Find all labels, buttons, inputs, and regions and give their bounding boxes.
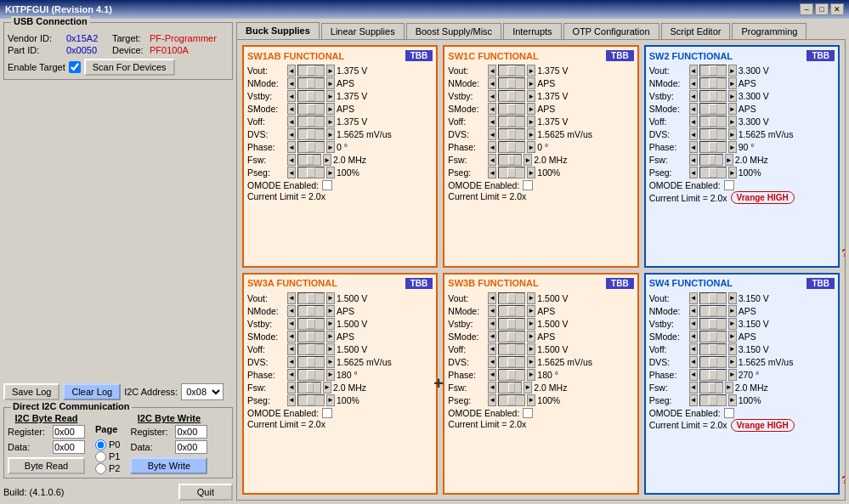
maximize-button[interactable]: □ [815,3,829,15]
sw3a-fsw-dec[interactable]: ◄ [287,382,296,394]
sw1ab-voff-inc[interactable]: ► [326,116,335,127]
sw3b-omode-checkbox[interactable] [523,408,533,418]
sw2-dvs-dec[interactable]: ◄ [689,128,698,140]
tab-script-editor[interactable]: Script Editor [661,23,731,39]
sw3b-dvs-dec[interactable]: ◄ [488,356,496,368]
sw1c-voff-dec[interactable]: ◄ [488,116,496,127]
sw3a-voff-dec[interactable]: ◄ [287,343,296,355]
sw3a-vout-slider[interactable] [297,292,325,304]
sw1ab-vout-slider[interactable] [297,65,325,76]
sw4-fsw-inc[interactable]: ► [725,382,733,394]
sw1c-pseg-slider[interactable] [498,167,525,178]
sw3b-smode-slider[interactable] [498,331,525,343]
sw3a-fsw-slider[interactable] [297,382,321,394]
close-button[interactable]: ✕ [830,3,844,15]
tab-buck-supplies[interactable]: Buck Supplies [236,22,320,39]
sw1c-vstby-slider[interactable] [498,90,525,102]
sw3a-dvs-inc[interactable]: ► [326,356,335,368]
sw2-voff-inc[interactable]: ► [728,116,737,127]
sw3a-nmode-inc[interactable]: ► [326,305,335,317]
sw2-smode-inc[interactable]: ► [728,103,737,115]
page-p0-radio[interactable] [95,439,106,450]
enable-target-checkbox[interactable] [69,61,81,73]
sw3b-vstby-dec[interactable]: ◄ [488,318,496,330]
sw1ab-voff-slider[interactable] [297,116,325,127]
byte-write-button[interactable]: Byte Write [130,457,207,474]
sw2-phase-slider[interactable] [699,141,727,153]
minimize-button[interactable]: – [800,3,813,15]
sw1ab-phase-slider[interactable] [297,141,325,153]
sw3a-voff-inc[interactable]: ► [326,343,335,355]
sw3b-pseg-inc[interactable]: ► [527,394,535,406]
sw3b-vout-slider[interactable] [498,292,525,304]
sw4-vout-dec[interactable]: ◄ [689,292,698,304]
sw1c-phase-dec[interactable]: ◄ [488,141,496,153]
sw3a-nmode-dec[interactable]: ◄ [287,305,296,317]
sw1ab-fsw-dec[interactable]: ◄ [287,154,296,166]
sw1c-pseg-inc[interactable]: ► [527,167,535,178]
sw2-dvs-inc[interactable]: ► [728,128,737,140]
sw4-phase-inc[interactable]: ► [728,369,737,381]
sw3b-phase-dec[interactable]: ◄ [488,369,496,381]
sw4-dvs-inc[interactable]: ► [728,356,737,368]
sw4-pseg-dec[interactable]: ◄ [689,394,698,406]
sw1ab-dvs-slider[interactable] [297,128,325,140]
sw3b-smode-inc[interactable]: ► [527,331,535,343]
tab-boost-supply[interactable]: Boost Supply/Misc [406,23,501,39]
sw1c-vstby-dec[interactable]: ◄ [488,90,496,102]
sw3a-phase-inc[interactable]: ► [326,369,335,381]
sw3b-voff-slider[interactable] [498,343,525,355]
sw4-nmode-inc[interactable]: ► [728,305,737,317]
data-write-input[interactable] [175,440,207,454]
sw3b-phase-inc[interactable]: ► [527,369,535,381]
sw1c-pseg-dec[interactable]: ◄ [488,167,496,178]
sw2-vout-slider[interactable] [699,65,727,76]
sw3a-pseg-dec[interactable]: ◄ [287,394,296,406]
sw4-smode-dec[interactable]: ◄ [689,331,698,343]
sw2-vstby-slider[interactable] [699,90,727,102]
sw1c-fsw-slider[interactable] [498,154,522,166]
sw3b-phase-slider[interactable] [498,369,525,381]
sw1ab-nmode-inc[interactable]: ► [326,77,335,89]
sw4-dvs-slider[interactable] [699,356,727,368]
sw2-nmode-dec[interactable]: ◄ [689,77,698,89]
sw1ab-pseg-slider[interactable] [297,167,325,178]
tab-programming[interactable]: Programming [732,23,807,39]
sw2-vstby-inc[interactable]: ► [728,90,737,102]
sw3b-nmode-inc[interactable]: ► [527,305,535,317]
i2c-address-select[interactable]: 0x08 [181,383,224,400]
sw1ab-omode-checkbox[interactable] [322,180,332,190]
sw3b-fsw-inc[interactable]: ► [524,382,532,394]
sw2-smode-slider[interactable] [699,103,727,115]
sw2-dvs-slider[interactable] [699,128,727,140]
sw1c-voff-inc[interactable]: ► [527,116,535,127]
sw3b-dvs-slider[interactable] [498,356,525,368]
sw1c-phase-slider[interactable] [498,141,525,153]
sw3a-smode-inc[interactable]: ► [326,331,335,343]
sw1c-phase-inc[interactable]: ► [527,141,535,153]
sw3a-phase-dec[interactable]: ◄ [287,369,296,381]
tab-otp-configuration[interactable]: OTP Configuration [563,23,659,39]
sw3a-vout-inc[interactable]: ► [326,292,335,304]
sw1c-nmode-slider[interactable] [498,77,525,89]
sw3a-omode-checkbox[interactable] [322,408,332,418]
sw1c-vout-slider[interactable] [498,65,525,76]
sw1c-fsw-dec[interactable]: ◄ [488,154,496,166]
sw2-vout-inc[interactable]: ► [728,65,737,76]
tab-interrupts[interactable]: Interrupts [503,23,561,39]
sw2-voff-slider[interactable] [699,116,727,127]
sw3a-smode-slider[interactable] [297,331,325,343]
sw1ab-fsw-slider[interactable] [297,154,321,166]
sw3a-phase-slider[interactable] [297,369,325,381]
byte-read-button[interactable]: Byte Read [8,457,85,474]
sw2-pseg-dec[interactable]: ◄ [689,167,698,178]
sw1c-omode-checkbox[interactable] [523,180,533,190]
sw1ab-vstby-slider[interactable] [297,90,325,102]
sw2-pseg-inc[interactable]: ► [728,167,737,178]
sw4-smode-inc[interactable]: ► [728,331,737,343]
sw1ab-dvs-dec[interactable]: ◄ [287,128,296,140]
clear-log-button[interactable]: Clear Log [63,383,121,400]
sw1ab-vstby-inc[interactable]: ► [326,90,335,102]
sw2-omode-checkbox[interactable] [724,180,734,190]
sw4-voff-dec[interactable]: ◄ [689,343,698,355]
